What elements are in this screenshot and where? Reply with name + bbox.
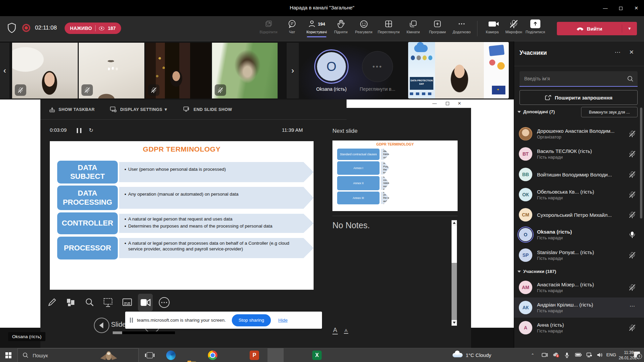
raise-hand-button[interactable]: Підняти bbox=[329, 19, 353, 34]
speakers-section-header[interactable]: Доповідачі (7) bbox=[517, 109, 555, 114]
start-button[interactable] bbox=[5, 352, 11, 358]
zoom-slide-button[interactable] bbox=[82, 294, 97, 311]
tray-expand-icon[interactable]: ⌃ bbox=[531, 353, 534, 358]
chat-button[interactable]: Чат bbox=[280, 19, 304, 34]
mic-on-icon[interactable] bbox=[629, 231, 636, 239]
mic-muted-icon[interactable] bbox=[629, 130, 636, 138]
tray-volume-icon[interactable] bbox=[597, 352, 603, 358]
spotlight-avatar[interactable]: O bbox=[314, 49, 349, 84]
black-screen-button[interactable] bbox=[101, 294, 116, 311]
attendees-section-header[interactable]: Учасники (187) bbox=[517, 269, 556, 274]
avatar: АК bbox=[519, 301, 532, 314]
decrease-font-button[interactable]: A bbox=[344, 328, 348, 334]
pw-restore-icon[interactable] bbox=[446, 102, 449, 105]
participant-row[interactable]: ОК Обельовська Кв... (гість)Гість наради bbox=[514, 185, 644, 205]
participant-row[interactable]: АМ Анастасія Мізер... (гість)Гість нарад… bbox=[514, 277, 644, 297]
panel-more-icon[interactable]: ⋯ bbox=[615, 49, 620, 56]
rooms-button[interactable]: Кімнати bbox=[401, 19, 425, 34]
participant-row[interactable]: SP Stanislav Ponyat... (гість)Гість нара… bbox=[514, 245, 644, 265]
notes-scrollbar[interactable] bbox=[452, 220, 457, 326]
powerpoint-icon[interactable]: P bbox=[250, 351, 259, 360]
participant-search-input[interactable] bbox=[520, 71, 638, 86]
view-more-participants-button[interactable]: ••• bbox=[362, 51, 393, 82]
tray-microphone-icon[interactable] bbox=[565, 352, 569, 358]
participant-video-tile[interactable] bbox=[145, 43, 211, 98]
restart-timer-button[interactable]: ↻ bbox=[89, 127, 93, 133]
participant-video-tile[interactable] bbox=[79, 43, 144, 98]
participant-row[interactable]: ВВ Войтишин Володимир Володи... bbox=[514, 164, 644, 185]
mic-muted-icon[interactable] bbox=[629, 252, 636, 260]
mic-muted-icon[interactable] bbox=[629, 284, 636, 292]
excel-icon[interactable]: X bbox=[312, 351, 322, 360]
mic-muted-icon[interactable] bbox=[629, 191, 636, 199]
chrome-icon[interactable] bbox=[208, 351, 217, 360]
panel-close-icon[interactable]: ✕ bbox=[629, 49, 634, 56]
scroll-up-arrow[interactable] bbox=[452, 220, 457, 226]
taskbar-search[interactable]: Пошук bbox=[17, 348, 139, 362]
edge-icon[interactable] bbox=[166, 351, 176, 360]
react-button[interactable]: Реагувати bbox=[352, 19, 375, 34]
tray-network-icon[interactable] bbox=[586, 352, 592, 358]
share-invite-button[interactable]: Поширити запрошення bbox=[520, 90, 638, 105]
mute-all-button[interactable]: Вимкнути звук для ... bbox=[581, 107, 638, 117]
window-minimize-button[interactable]: — bbox=[598, 0, 613, 16]
apps-button[interactable]: Програми bbox=[426, 19, 449, 34]
camera-button[interactable]: Камера bbox=[480, 19, 504, 34]
participant-row-hovered[interactable]: АК Андріан Крілиш... (гість)Гість наради… bbox=[514, 297, 644, 318]
stop-sharing-button[interactable]: Stop sharing bbox=[232, 314, 271, 326]
scroll-down-arrow[interactable] bbox=[452, 320, 457, 326]
window-close-button[interactable]: ✕ bbox=[629, 0, 644, 16]
tile-muted-mic-icon bbox=[148, 84, 159, 96]
see-all-slides-button[interactable] bbox=[63, 294, 78, 311]
filmstrip-prev-button[interactable]: ‹ bbox=[0, 43, 9, 98]
pen-tool-button[interactable] bbox=[44, 294, 59, 311]
action-center-button[interactable]: 3 bbox=[634, 352, 640, 357]
display-settings-icon bbox=[110, 107, 117, 113]
microphone-button[interactable]: Мікрофон bbox=[502, 19, 526, 34]
row-more-options-icon[interactable]: ⋯ bbox=[630, 303, 636, 309]
mic-muted-icon[interactable] bbox=[629, 171, 636, 179]
owl-search-highlight-image bbox=[101, 350, 116, 361]
increase-font-button[interactable]: A bbox=[332, 327, 338, 334]
scrollbar-thumb[interactable] bbox=[452, 226, 457, 263]
tray-battery-icon[interactable] bbox=[575, 352, 582, 357]
participant-row[interactable]: СМ Сухорольський Петро Михайл... bbox=[514, 205, 644, 225]
view-button[interactable]: Переглянути bbox=[377, 19, 400, 34]
participant-video-tile[interactable] bbox=[12, 43, 78, 98]
next-slide-thumbnail: GDPR TERMINOLOGY Standard contractual cl… bbox=[332, 140, 458, 211]
weather-text[interactable]: 1°C Cloudy bbox=[466, 352, 491, 358]
people-button[interactable]: 194 Користувачі bbox=[305, 19, 328, 34]
share-button[interactable]: Поділитися bbox=[524, 19, 547, 34]
previous-slide-button[interactable] bbox=[94, 318, 109, 333]
display-settings-button[interactable]: DISPLAY SETTINGS ▼ bbox=[110, 107, 168, 113]
show-taskbar-button[interactable]: SHOW TASKBAR bbox=[49, 107, 95, 113]
participant-row[interactable]: ВТ Василь ТЕСЛЮК (гість)Гість наради bbox=[514, 144, 644, 164]
task-view-button[interactable] bbox=[145, 351, 154, 360]
captions-button[interactable] bbox=[120, 294, 135, 311]
pause-timer-button[interactable] bbox=[77, 128, 81, 133]
participant-row-active[interactable]: O Oksana (гість)Гість наради bbox=[514, 225, 644, 245]
file-explorer-icon[interactable] bbox=[187, 360, 196, 362]
leave-options-chevron-icon[interactable]: ▼ bbox=[622, 26, 637, 31]
pw-minimize-icon[interactable]: — bbox=[432, 101, 437, 106]
unpin-button[interactable]: Відкріпити bbox=[257, 19, 280, 34]
participant-row[interactable]: А Анна (гість)Гість наради bbox=[514, 318, 644, 338]
mic-muted-icon[interactable] bbox=[629, 324, 636, 332]
mic-muted-icon[interactable] bbox=[629, 151, 636, 159]
participant-row[interactable]: ДА Дорошенко Анастасія Володим...Організ… bbox=[514, 124, 644, 144]
tray-camera-icon[interactable] bbox=[542, 352, 548, 358]
tray-onedrive-error-icon[interactable] bbox=[553, 352, 560, 358]
end-slide-show-button[interactable]: END SLIDE SHOW bbox=[183, 107, 232, 113]
pw-close-icon[interactable]: ✕ bbox=[458, 101, 461, 106]
hide-banner-link[interactable]: Hide bbox=[278, 318, 288, 323]
language-indicator[interactable]: ENG bbox=[606, 352, 616, 357]
window-restore-button[interactable] bbox=[613, 0, 629, 16]
more-button[interactable]: Додатково bbox=[450, 19, 473, 34]
leave-button[interactable]: Вийти ▼ bbox=[557, 22, 637, 35]
participant-video-tile[interactable] bbox=[212, 43, 278, 98]
camera-tool-button[interactable] bbox=[138, 294, 153, 311]
more-tools-button[interactable] bbox=[157, 294, 172, 311]
presenter-video-tile[interactable]: DATA PROTECTION DAY bbox=[408, 42, 509, 98]
mic-muted-icon[interactable] bbox=[629, 211, 636, 219]
weather-cloud-icon bbox=[453, 353, 463, 357]
